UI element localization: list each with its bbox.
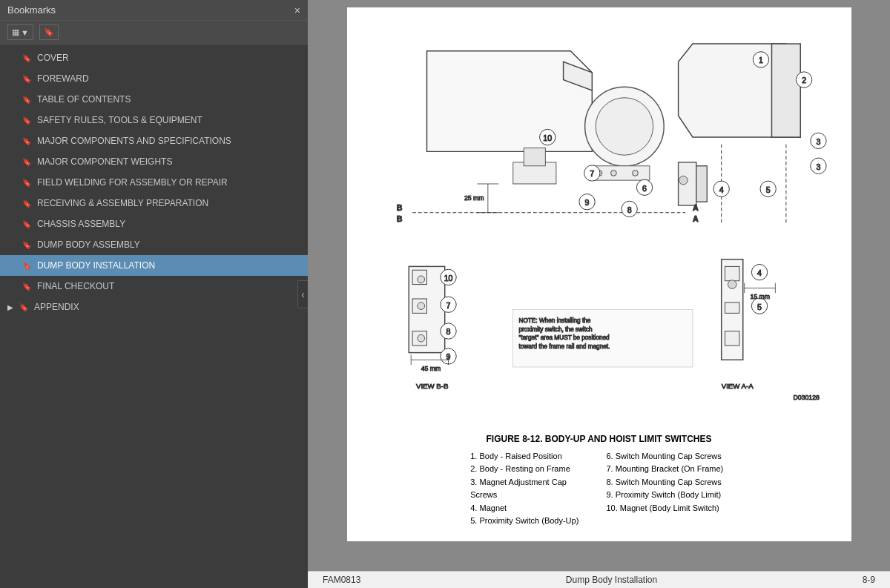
main-container: Bookmarks × ▦ ▼ 🔖 🔖COVER🔖FOREWARD🔖TABLE … — [0, 0, 890, 588]
bookmark-icon: 🔖 — [44, 27, 54, 37]
svg-text:proximity switch, the switch: proximity switch, the switch — [518, 326, 593, 333]
legend-item-2: 2. Body - Resting on Frame — [470, 463, 591, 476]
bookmark-icon: 🔖 — [22, 96, 31, 104]
svg-text:"target" area MUST be position: "target" area MUST be positioned — [518, 334, 610, 341]
svg-text:A: A — [692, 203, 698, 212]
sidebar-item-toc[interactable]: 🔖TABLE OF CONTENTS — [0, 89, 308, 110]
figure-container: B B A A 25 mm — [369, 22, 829, 528]
bookmark-icon: 🔖 — [22, 116, 31, 125]
svg-text:8: 8 — [446, 327, 450, 336]
sidebar-item-label: MAJOR COMPONENT WEIGHTS — [37, 156, 172, 167]
legend-item-5: 5. Proximity Switch (Body-Up) — [470, 515, 591, 528]
sidebar-items: 🔖COVER🔖FOREWARD🔖TABLE OF CONTENTS🔖SAFETY… — [0, 44, 308, 588]
bookmark-icon: 🔖 — [22, 220, 31, 228]
view-options-button[interactable]: ▦ ▼ — [7, 24, 33, 40]
svg-text:B: B — [396, 214, 402, 223]
svg-text:8: 8 — [627, 205, 631, 214]
svg-rect-5 — [524, 148, 545, 166]
svg-text:7: 7 — [446, 301, 450, 310]
figure-diagram: B B A A 25 mm — [369, 22, 829, 425]
bookmark-icon: 🔖 — [22, 54, 31, 62]
svg-text:4: 4 — [719, 185, 723, 194]
sidebar-item-label: FIELD WELDING FOR ASSEMBLY OR REPAIR — [37, 177, 228, 188]
svg-text:6: 6 — [642, 184, 647, 193]
sidebar-item-label: TABLE OF CONTENTS — [37, 94, 131, 105]
bookmark-icon: 🔖 — [22, 262, 31, 270]
bookmark-icon: 🔖 — [22, 241, 31, 249]
bookmark-icon: 🔖 — [19, 303, 28, 311]
figure-legend: 1. Body - Raised Position 2. Body - Rest… — [470, 450, 727, 529]
sidebar-item-foreward[interactable]: 🔖FOREWARD — [0, 68, 308, 89]
sidebar-item-dump-body[interactable]: 🔖DUMP BODY ASSEMBLY — [0, 234, 308, 255]
sidebar-item-final-checkout[interactable]: 🔖FINAL CHECKOUT — [0, 276, 308, 297]
svg-rect-3 — [771, 44, 800, 137]
sidebar-header: Bookmarks × — [0, 0, 308, 21]
svg-point-52 — [417, 334, 424, 342]
svg-text:3: 3 — [816, 162, 820, 171]
svg-text:15 mm: 15 mm — [750, 293, 770, 300]
sidebar-item-label: FOREWARD — [37, 73, 89, 84]
legend-item-1: 1. Body - Raised Position — [470, 450, 591, 463]
svg-text:45 mm: 45 mm — [421, 365, 441, 372]
legend-item-3: 3. Magnet Adjustment Cap Screws — [470, 476, 591, 502]
bookmark-icon: 🔖 — [22, 179, 31, 187]
sidebar-item-cover[interactable]: 🔖COVER — [0, 47, 308, 68]
sidebar-item-field-welding[interactable]: 🔖FIELD WELDING FOR ASSEMBLY OR REPAIR — [0, 172, 308, 193]
legend-right: 6. Switch Mounting Cap Screws 7. Mountin… — [607, 450, 728, 529]
sidebar-item-label: RECEIVING & ASSEMBLY PREPARATION — [37, 198, 208, 208]
svg-text:10: 10 — [543, 133, 552, 142]
bookmark-icon: 🔖 — [22, 137, 31, 145]
svg-text:7: 7 — [590, 169, 594, 178]
sidebar-item-receiving[interactable]: 🔖RECEIVING & ASSEMBLY PREPARATION — [0, 193, 308, 214]
svg-text:25 mm: 25 mm — [464, 194, 484, 202]
bookmark-icon: 🔖 — [22, 199, 31, 208]
svg-text:D030126: D030126 — [793, 394, 819, 401]
legend-item-8: 8. Switch Mounting Cap Screws — [607, 476, 728, 489]
svg-rect-70 — [725, 331, 739, 346]
content-area: B B A A 25 mm — [308, 0, 890, 588]
sidebar-item-major-weights[interactable]: 🔖MAJOR COMPONENT WEIGHTS — [0, 151, 308, 172]
close-button[interactable]: × — [294, 5, 300, 16]
expand-arrow-icon: ▶ — [7, 303, 13, 311]
svg-point-68 — [728, 280, 736, 289]
diagram-area: B B A A 25 mm — [369, 22, 829, 428]
sidebar-item-major-components[interactable]: 🔖MAJOR COMPONENTS AND SPECIFICATIONS — [0, 131, 308, 151]
sidebar-item-label: DUMP BODY ASSEMBLY — [37, 240, 140, 250]
sidebar-item-label: APPENDIX — [34, 302, 79, 312]
svg-text:VIEW  B-B: VIEW B-B — [415, 382, 448, 390]
bookmark-new-button[interactable]: 🔖 — [39, 24, 59, 40]
sidebar: Bookmarks × ▦ ▼ 🔖 🔖COVER🔖FOREWARD🔖TABLE … — [0, 0, 308, 588]
sidebar-item-chassis[interactable]: 🔖CHASSIS ASSEMBLY — [0, 214, 308, 234]
sidebar-item-appendix[interactable]: ▶🔖APPENDIX — [0, 297, 308, 317]
svg-text:2: 2 — [802, 76, 806, 85]
legend-item-6: 6. Switch Mounting Cap Screws — [607, 450, 728, 463]
bookmark-icon: 🔖 — [22, 75, 31, 83]
sidebar-item-dump-body-install[interactable]: 🔖DUMP BODY INSTALLATION — [0, 255, 308, 276]
bookmark-icon: 🔖 — [22, 283, 31, 291]
svg-text:9: 9 — [584, 198, 589, 207]
collapse-sidebar-button[interactable]: ‹ — [297, 280, 308, 308]
svg-point-9 — [632, 171, 638, 176]
legend-left: 1. Body - Raised Position 2. Body - Rest… — [470, 450, 591, 529]
svg-text:B: B — [396, 203, 402, 212]
svg-text:5: 5 — [757, 302, 762, 311]
sidebar-item-label: FINAL CHECKOUT — [37, 281, 114, 291]
svg-text:10: 10 — [444, 274, 452, 283]
sidebar-item-safety[interactable]: 🔖SAFETY RULES, TOOLS & EQUIPMENT — [0, 110, 308, 131]
svg-text:4: 4 — [757, 268, 762, 277]
sidebar-item-label: CHASSIS ASSEMBLY — [37, 219, 125, 229]
svg-text:3: 3 — [816, 137, 820, 146]
svg-text:5: 5 — [765, 185, 770, 194]
svg-point-8 — [610, 171, 616, 176]
sidebar-item-label: MAJOR COMPONENTS AND SPECIFICATIONS — [37, 136, 231, 146]
svg-text:1: 1 — [759, 56, 763, 65]
sidebar-toolbar: ▦ ▼ 🔖 — [0, 21, 308, 44]
sidebar-item-label: COVER — [37, 53, 69, 63]
sidebar-item-label: SAFETY RULES, TOOLS & EQUIPMENT — [37, 115, 202, 125]
legend-item-4: 4. Magnet — [470, 502, 591, 515]
svg-text:VIEW  A-A: VIEW A-A — [721, 382, 754, 390]
svg-text:NOTE: When installing the: NOTE: When installing the — [518, 317, 590, 324]
svg-point-2 — [596, 98, 653, 156]
page-viewer[interactable]: B B A A 25 mm — [308, 0, 890, 571]
footer-center: Dump Body Installation — [566, 575, 657, 585]
